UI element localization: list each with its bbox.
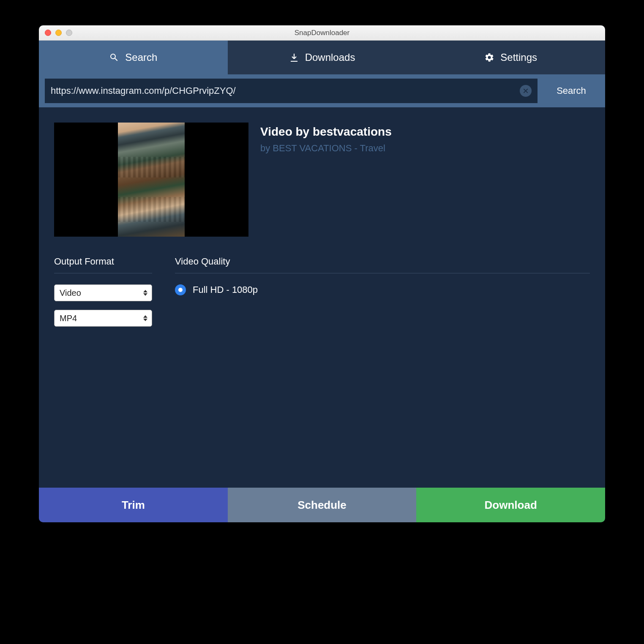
main-tabs: Search Downloads Settings <box>39 41 605 74</box>
clear-input-button[interactable] <box>520 85 532 97</box>
thumbnail-image <box>118 123 185 237</box>
tab-downloads[interactable]: Downloads <box>228 41 417 74</box>
footer-actions: Trim Schedule Download <box>39 488 605 522</box>
window-title: SnapDownloader <box>39 29 605 37</box>
url-input[interactable] <box>51 85 520 96</box>
trim-button[interactable]: Trim <box>39 488 228 522</box>
download-button-label: Download <box>485 499 537 512</box>
download-button[interactable]: Download <box>416 488 605 522</box>
search-icon <box>109 52 119 63</box>
video-quality-column: Video Quality Full HD - 1080p <box>175 256 590 335</box>
radio-selected-icon <box>175 284 186 295</box>
tab-search[interactable]: Search <box>39 41 228 74</box>
maximize-window-button[interactable] <box>66 30 72 36</box>
searchbar-row: Search <box>39 74 605 107</box>
format-container-select[interactable]: MP4 <box>54 310 152 327</box>
gear-icon <box>484 52 494 63</box>
quality-option[interactable]: Full HD - 1080p <box>175 284 590 295</box>
minimize-window-button[interactable] <box>55 30 62 36</box>
search-button[interactable]: Search <box>538 79 605 103</box>
tab-settings-label: Settings <box>500 52 537 63</box>
schedule-button-label: Schedule <box>297 499 347 512</box>
content-area: Video by bestvacations by BEST VACATIONS… <box>39 107 605 488</box>
video-info-row: Video by bestvacations by BEST VACATIONS… <box>54 123 590 237</box>
search-button-label: Search <box>557 85 586 96</box>
window-controls <box>39 30 72 36</box>
format-container-value: MP4 <box>60 314 77 323</box>
format-type-select[interactable]: Video <box>54 284 152 301</box>
output-format-header: Output Format <box>54 256 152 273</box>
video-quality-header: Video Quality <box>175 256 590 273</box>
options-row: Output Format Video MP4 Video Quality Fu… <box>54 256 590 335</box>
close-window-button[interactable] <box>45 30 51 36</box>
trim-button-label: Trim <box>122 499 145 512</box>
chevron-updown-icon <box>143 315 147 321</box>
output-format-column: Output Format Video MP4 <box>54 256 152 335</box>
titlebar: SnapDownloader <box>39 25 605 41</box>
tab-search-label: Search <box>125 52 157 63</box>
tab-settings[interactable]: Settings <box>416 41 605 74</box>
tab-downloads-label: Downloads <box>305 52 355 63</box>
video-title: Video by bestvacations <box>260 125 392 139</box>
video-author: by BEST VACATIONS - Travel <box>260 143 392 154</box>
close-icon <box>523 88 529 94</box>
video-thumbnail <box>54 123 248 237</box>
app-window: SnapDownloader Search Downloads Settings… <box>39 25 605 522</box>
video-meta: Video by bestvacations by BEST VACATIONS… <box>260 123 392 237</box>
format-type-value: Video <box>60 288 81 298</box>
chevron-updown-icon <box>143 290 147 296</box>
quality-option-label: Full HD - 1080p <box>193 284 258 295</box>
schedule-button[interactable]: Schedule <box>228 488 417 522</box>
download-icon <box>289 52 299 63</box>
url-input-container <box>45 79 538 103</box>
